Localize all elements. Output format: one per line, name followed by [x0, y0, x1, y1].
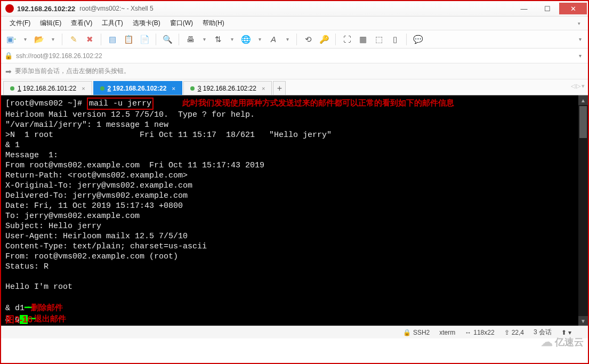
scroll-thumb[interactable] — [579, 106, 587, 138]
menu-tabs[interactable]: 选项卡(B) — [128, 18, 165, 29]
terminal-output[interactable]: [root@vms002 ~]# mail -u jerry 此时我们发现使用两… — [1, 95, 588, 326]
fullscreen-icon[interactable]: ⛶ — [340, 33, 354, 46]
properties-icon[interactable]: ▤ — [106, 33, 119, 46]
term-line: & 1 — [5, 141, 20, 150]
menu-help[interactable]: 帮助(H) — [198, 18, 229, 29]
font-dropdown-icon[interactable]: ▾ — [283, 33, 292, 46]
address-overflow-icon[interactable]: ▾ — [575, 49, 585, 63]
lock-status-icon: 🔒 — [403, 329, 411, 336]
arrow-icon: ━━ — [25, 303, 31, 313]
scroll-down-icon[interactable]: ▼ — [578, 316, 588, 326]
print-dropdown-icon[interactable]: ▾ — [199, 33, 209, 46]
term-line: From root@vms002.example.com Fri Oct 11 … — [5, 161, 264, 170]
status-bar: 🔒SSH2 xterm ↔ 118x22 ⇪ 22,4 3 会话 ⬆ ▾ — [1, 326, 588, 338]
tab-2-label: 192.168.26.102:22 — [113, 85, 167, 92]
tab-session-3[interactable]: 3 192.168.26.102:22 × — [183, 81, 272, 95]
status-dot-icon — [10, 86, 14, 91]
tab-list-icon[interactable]: ▾ — [582, 83, 585, 90]
toolbar-overflow-icon[interactable]: ▾ — [575, 33, 585, 46]
lock-icon: 🔒 — [4, 52, 13, 60]
cascade-icon[interactable]: ▦ — [356, 33, 370, 46]
scroll-track[interactable] — [578, 105, 588, 316]
tab-2-close-icon[interactable]: × — [172, 85, 175, 92]
term-line: X-Original-To: jerry@vms002.example.com — [5, 181, 192, 190]
term-line: Status: R — [5, 262, 49, 271]
term-line: Message 1: — [5, 151, 58, 160]
tile-v-icon[interactable]: ▯ — [388, 33, 402, 46]
annotation-top: 此时我们发现使用两种方式发送过来的邮件都可以正常的看到如下的邮件信息 — [182, 98, 454, 107]
menu-file[interactable]: 文件(F) — [5, 18, 35, 29]
highlighted-command: mail -u jerry — [87, 98, 154, 110]
tab-next-icon[interactable]: ▷ — [576, 83, 580, 90]
tab-session-1[interactable]: 1 192.168.26.101:22 × — [3, 81, 92, 95]
tab-2-num: 2 — [108, 85, 111, 92]
term-line: Subject: Hello jerry — [5, 222, 101, 231]
tab-1-close-icon[interactable]: × — [82, 85, 85, 92]
reconnect-icon[interactable]: ✎ — [67, 33, 80, 46]
new-session-icon[interactable]: ▣+ — [4, 33, 18, 46]
print-icon[interactable]: 🖶 — [183, 33, 197, 46]
address-bar: 🔒 ssh://root@192.168.26.102:22 ▾ — [1, 48, 588, 63]
new-dropdown-icon[interactable]: ▾ — [20, 33, 30, 46]
hint-arrow-icon[interactable]: ➡ — [5, 67, 12, 76]
tab-3-num: 3 — [198, 85, 201, 92]
key-icon[interactable]: 🔑 — [317, 33, 331, 46]
hint-text: 要添加当前会话，点击左侧的箭头按钮。 — [15, 67, 130, 76]
open-dropdown-icon[interactable]: ▾ — [48, 33, 58, 46]
figure-label: 图2-16 — [5, 313, 33, 326]
terminal-scrollbar[interactable]: ▲ ▼ — [578, 95, 588, 326]
menu-overflow-icon[interactable]: ▾ — [578, 21, 580, 26]
window-subtitle: root@vms002:~ - Xshell 5 — [79, 5, 154, 12]
menu-bar: 文件(F) 编辑(E) 查看(V) 工具(T) 选项卡(B) 窗口(W) 帮助(… — [1, 17, 588, 30]
status-size: 118x22 — [473, 329, 494, 336]
globe-icon[interactable]: 🌐 — [239, 33, 253, 46]
tab-prev-icon[interactable]: ◁ — [571, 83, 575, 90]
menu-view[interactable]: 查看(V) — [67, 18, 96, 29]
status-dot-icon — [190, 86, 195, 91]
scroll-up-icon[interactable]: ▲ — [578, 95, 588, 105]
disconnect-icon[interactable]: ✖ — [83, 33, 96, 46]
menu-window[interactable]: 窗口(W) — [166, 18, 197, 29]
open-folder-icon[interactable]: 📂 — [32, 33, 46, 46]
paste-icon[interactable]: 📄 — [138, 33, 151, 46]
term-line: Heirloom Mail version 12.5 7/5/10. Type … — [5, 110, 255, 119]
find-icon[interactable]: 🔍 — [160, 33, 174, 46]
annotation-quit: 退出邮件 — [34, 314, 66, 323]
term-line: From: root@vms002.example.com (root) — [5, 252, 178, 261]
tab-nav: ◁ ▷ ▾ — [571, 83, 585, 90]
tab-strip: 1 192.168.26.101:22 × 2 192.168.26.102:2… — [1, 79, 588, 95]
term-line: Delivered-To: jerry@vms002.example.com — [5, 191, 188, 200]
refresh-icon[interactable]: ⟲ — [301, 33, 315, 46]
term-line: To: jerry@vms002.example.com — [5, 212, 140, 221]
tab-3-close-icon[interactable]: × — [262, 85, 265, 92]
tab-3-label: 192.168.26.102:22 — [203, 85, 256, 92]
address-text[interactable]: ssh://root@192.168.26.102:22 — [16, 52, 102, 60]
caps-icon: ⇪ — [504, 329, 510, 336]
status-term-type: xterm — [439, 329, 455, 336]
globe-dropdown-icon[interactable]: ▾ — [255, 33, 264, 46]
tab-session-2[interactable]: 2 192.168.26.102:22 × — [93, 81, 182, 95]
font-icon[interactable]: A — [267, 33, 280, 46]
close-button[interactable]: ✕ — [559, 3, 587, 14]
annotation-delete: 删除邮件 — [31, 303, 63, 312]
copy-icon[interactable]: 📋 — [122, 33, 135, 46]
menu-tools[interactable]: 工具(T) — [98, 18, 127, 29]
transfer-icon[interactable]: ⇅ — [211, 33, 225, 46]
transfer-dropdown-icon[interactable]: ▾ — [227, 33, 237, 46]
chat-icon[interactable]: 💬 — [411, 33, 425, 46]
menu-edit[interactable]: 编辑(E) — [36, 18, 66, 29]
window-title: 192.168.26.102:22 — [17, 5, 75, 13]
title-bar: 192.168.26.102:22 root@vms002:~ - Xshell… — [1, 1, 588, 17]
term-line: Hello I'm root — [5, 282, 72, 292]
tab-add-button[interactable]: + — [273, 81, 286, 95]
maximize-button[interactable]: ☐ — [536, 3, 559, 14]
resize-icon: ↔ — [465, 329, 471, 336]
tile-h-icon[interactable]: ⬚ — [372, 33, 386, 46]
term-line: Date: Fri, 11 Oct 2019 15:17:43 +0800 — [5, 201, 183, 211]
minimize-button[interactable]: — — [512, 3, 536, 14]
status-protocol: SSH2 — [413, 329, 430, 336]
toolbar: ▣+ ▾ 📂 ▾ ✎ ✖ ▤ 📋 📄 🔍 🖶 ▾ ⇅ ▾ 🌐 ▾ A ▾ ⟲ 🔑… — [1, 30, 588, 48]
term-line: & d1 — [5, 304, 25, 313]
term-line: Content-Type: text/plain; charset=us-asc… — [5, 242, 207, 251]
status-cursor-pos: 22,4 — [512, 329, 524, 336]
